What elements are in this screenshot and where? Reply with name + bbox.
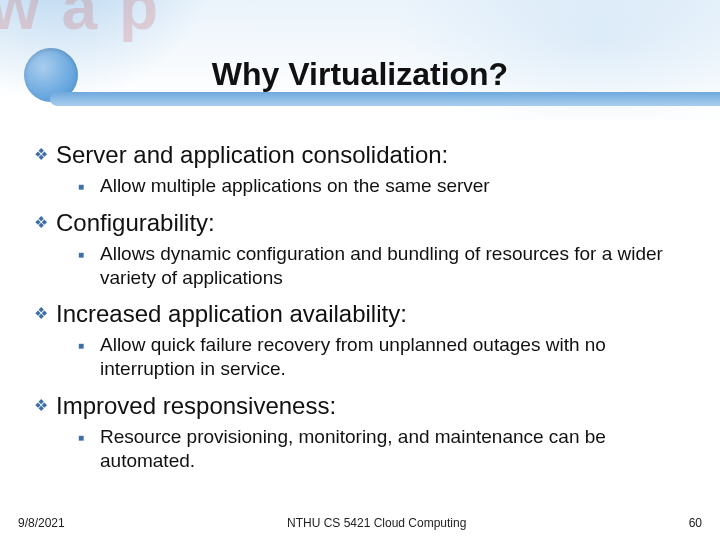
footer-course: NTHU CS 5421 Cloud Computing [65,516,689,530]
list-item: ❖ Improved responsiveness: [34,391,686,421]
list-item-heading: Configurability: [56,208,215,238]
diamond-bullet-icon: ❖ [34,398,50,414]
diamond-bullet-icon: ❖ [34,306,50,322]
list-item: ❖ Increased application availability: [34,299,686,329]
diamond-bullet-icon: ❖ [34,215,50,231]
square-bullet-icon: ■ [78,433,90,443]
list-item: ❖ Configurability: [34,208,686,238]
list-item-heading: Server and application consolidation: [56,140,448,170]
list-subitem-text: Allow multiple applications on the same … [100,174,490,198]
list-subitem: ■ Allow quick failure recovery from unpl… [78,333,686,381]
slide: w a p Why Virtualization? ❖ Server and a… [0,0,720,540]
footer: 9/8/2021 NTHU CS 5421 Cloud Computing 60 [0,516,720,530]
background-watermark: w a p [0,0,160,44]
list-subitem-text: Resource provisioning, monitoring, and m… [100,425,686,473]
diamond-bullet-icon: ❖ [34,147,50,163]
square-bullet-icon: ■ [78,250,90,260]
list-subitem-text: Allow quick failure recovery from unplan… [100,333,686,381]
list-subitem: ■ Allows dynamic configuration and bundl… [78,242,686,290]
square-bullet-icon: ■ [78,341,90,351]
square-bullet-icon: ■ [78,182,90,192]
footer-date: 9/8/2021 [18,516,65,530]
content-area: ❖ Server and application consolidation: … [34,130,686,472]
list-item-heading: Increased application availability: [56,299,407,329]
list-subitem: ■ Resource provisioning, monitoring, and… [78,425,686,473]
list-item: ❖ Server and application consolidation: [34,140,686,170]
title-ornament-bar [50,92,720,106]
list-item-heading: Improved responsiveness: [56,391,336,421]
list-subitem: ■ Allow multiple applications on the sam… [78,174,686,198]
footer-page-number: 60 [689,516,702,530]
slide-title: Why Virtualization? [0,56,720,93]
list-subitem-text: Allows dynamic configuration and bundlin… [100,242,686,290]
